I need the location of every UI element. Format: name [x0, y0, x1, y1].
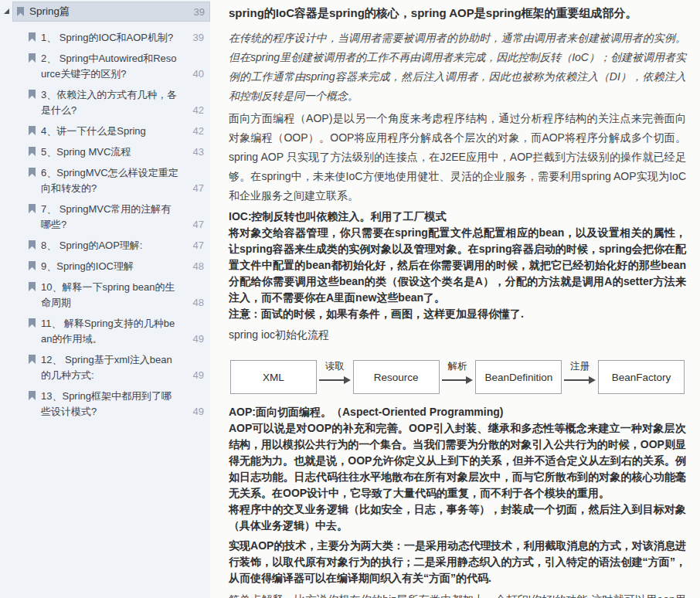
toc-item-12[interactable]: 12、 Spring基于xml注入bean的几种方式: 49 [0, 352, 210, 383]
arrow-right-icon [442, 376, 474, 384]
toc-root-selected[interactable]: Spring篇 39 [12, 2, 210, 22]
flow-node-beandefinition: BeanDefinition [475, 360, 562, 394]
toc-item-10[interactable]: 10、解释一下spring bean的生命周期 48 [0, 280, 210, 311]
toc-item-label: 4、讲一下什么是Spring [41, 124, 184, 139]
toc-item-3[interactable]: 3、依赖注入的方式有几种，各是什么? 42 [0, 87, 210, 118]
toc-item-label: 13、Spring框架中都用到了哪些设计模式? [41, 389, 184, 420]
flow-arrow-parse: 解析 [440, 349, 476, 394]
toc-item-label: 9、Spring的IOC理解 [41, 259, 184, 274]
flow-caption: spring ioc初始化流程 [229, 326, 686, 343]
toc-item-label: 1、 Spring的IOC和AOP机制? [41, 30, 184, 46]
expand-triangle-icon[interactable] [4, 8, 9, 14]
toc-item-page: 49 [184, 404, 204, 420]
bookmark-icon [17, 7, 24, 16]
toc-item-page: 47 [184, 238, 204, 253]
arrow-right-icon [319, 376, 351, 384]
toc-item-label: 7、 SpringMVC常用的注解有哪些? [41, 202, 184, 233]
ioc-section: IOC:控制反转也叫依赖注入。利用了工厂模式 将对象交给容器管理，你只需要在sp… [229, 209, 686, 322]
bookmark-icon [29, 282, 36, 291]
bookmarks-panel: Spring篇 39 1、 Spring的IOC和AOP机制? 39 2、 Sp… [0, 0, 210, 598]
aop-section-body: AOP可以说是对OOP的补充和完善。OOP引入封装、继承和多态性等概念来建立一种… [229, 420, 686, 501]
toc-root-label: Spring篇 [29, 5, 194, 19]
bookmark-icon [29, 53, 36, 63]
toc-item-label: 3、依赖注入的方式有几种，各是什么? [41, 87, 184, 118]
aop-section-title: AOP:面向切面编程。（Aspect-Oriented Programming) [229, 404, 686, 420]
bookmark-icon [29, 204, 36, 213]
aop-intro-paragraph: 面向方面编程（AOP)是以另一个角度来考虑程序结构，通过分析程序结构的关注点来完… [229, 109, 686, 206]
flow-node-resource: Resource [353, 360, 440, 394]
toc-item-page: 48 [184, 295, 204, 311]
flow-node-xml: XML [230, 360, 317, 394]
toc-item-label: 8、 Spring的AOP理解: [41, 238, 184, 253]
toc-item-page: 49 [184, 368, 204, 383]
toc-item-6[interactable]: 6、SpringMVC怎么样设定重定向和转发的? 47 [0, 165, 210, 196]
toc-item-label: 5、Spring MVC流程 [41, 144, 184, 160]
toc-item-label: 12、 Spring基于xml注入bean的几种方式: [41, 352, 184, 383]
document-page: spring的IoC容器是spring的核心，spring AOP是spring… [210, 0, 700, 598]
toc-item-8[interactable]: 8、 Spring的AOP理解: 47 [0, 238, 210, 253]
toc-root-row[interactable]: Spring篇 39 [0, 2, 210, 22]
ioc-section-note: 注意：面试的时候，如果有条件，画图，这样更加显得你懂了. [229, 306, 686, 322]
toc-item-page: 47 [184, 181, 204, 196]
bookmark-icon [29, 90, 36, 99]
aop-impl-paragraph: 实现AOP的技术，主要分为两大类：一是采用动态代理技术，利用截取消息的方式，对该… [229, 538, 686, 586]
toc-item-1[interactable]: 1、 Spring的IOC和AOP机制? 39 [0, 30, 210, 46]
bookmark-icon [29, 32, 36, 42]
doc-heading: spring的IoC容器是spring的核心，spring AOP是spring… [229, 5, 686, 22]
toc-item-label: 10、解释一下spring bean的生命周期 [41, 280, 184, 311]
bookmark-icon [29, 240, 36, 250]
flow-node-beanfactory: BeanFactory [598, 360, 685, 394]
flow-edge-label: 注册 [570, 360, 590, 373]
toc-item-page: 42 [184, 103, 204, 118]
toc-item-page: 43 [184, 144, 204, 160]
flow-arrow-read: 读取 [317, 349, 353, 394]
bookmark-icon [29, 168, 36, 177]
intro-paragraph: 在传统的程序设计中，当调用者需要被调用者的协助时，通常由调用者来创建被调用者的实… [229, 29, 686, 106]
toc-item-2[interactable]: 2、 Spring中Autowired和Resource关键字的区别? 40 [0, 51, 210, 82]
bookmark-icon [29, 261, 36, 270]
toc-item-page: 40 [184, 66, 204, 82]
bookmark-icon [29, 318, 36, 328]
ioc-section-body: 将对象交给容器管理，你只需要在spring配置文件总配置相应的bean，以及设置… [229, 225, 686, 306]
toc-item-4[interactable]: 4、讲一下什么是Spring 42 [0, 124, 210, 139]
flow-edge-label: 解析 [448, 360, 467, 373]
toc-root-page: 39 [194, 6, 205, 18]
aop-section-body2: 将程序中的交叉业务逻辑（比如安全，日志，事务等），封装成一个切面，然后注入到目标… [229, 501, 686, 534]
toc-item-page: 39 [184, 30, 204, 46]
toc-item-9[interactable]: 9、Spring的IOC理解 48 [0, 259, 210, 274]
aop-section: AOP:面向切面编程。（Aspect-Oriented Programming)… [229, 404, 686, 534]
toc-item-page: 48 [184, 259, 204, 274]
arrow-right-icon [564, 376, 596, 384]
toc-item-page: 49 [184, 331, 204, 347]
bookmark-icon [29, 355, 36, 364]
bookmark-icon [29, 391, 36, 400]
toc-item-7[interactable]: 7、 SpringMVC常用的注解有哪些? 47 [0, 202, 210, 233]
simple-explain-paragraph: 简单点解释，比方说你想在你的biz层所有类中都加上一个打印'你好'的功能,这时就… [229, 590, 686, 598]
toc-item-label: 6、SpringMVC怎么样设定重定向和转发的? [41, 165, 184, 196]
toc-item-13[interactable]: 13、Spring框架中都用到了哪些设计模式? 49 [0, 389, 210, 420]
ioc-section-title: IOC:控制反转也叫依赖注入。利用了工厂模式 [229, 209, 686, 225]
ioc-flow-diagram: XML 读取 Resource 解析 BeanDefinition 注册 Bea… [230, 349, 685, 394]
toc-item-5[interactable]: 5、Spring MVC流程 43 [0, 144, 210, 160]
toc-item-page: 47 [184, 217, 204, 233]
toc-item-page: 42 [184, 124, 204, 139]
toc-item-label: 2、 Spring中Autowired和Resource关键字的区别? [41, 51, 184, 82]
bookmark-icon [29, 126, 36, 135]
bookmark-icon [29, 147, 36, 156]
flow-arrow-register: 注册 [562, 349, 598, 394]
toc-item-11[interactable]: 11、 解释Spring支持的几种bean的作用域。 49 [0, 316, 210, 347]
flow-edge-label: 读取 [325, 360, 345, 373]
toc-item-label: 11、 解释Spring支持的几种bean的作用域。 [41, 316, 184, 347]
